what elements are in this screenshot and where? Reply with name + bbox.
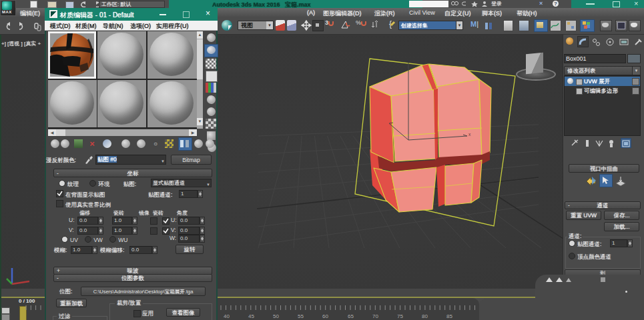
svg-text:40: 40 — [224, 313, 230, 319]
svg-text:60: 60 — [322, 313, 328, 319]
svg-text:45: 45 — [248, 313, 254, 319]
svg-text:80: 80 — [422, 313, 428, 319]
svg-text:75: 75 — [397, 313, 403, 319]
svg-text:55: 55 — [298, 313, 304, 319]
svg-text:50: 50 — [273, 313, 279, 319]
svg-text:65: 65 — [348, 313, 354, 319]
svg-text:85: 85 — [446, 313, 452, 319]
svg-text:70: 70 — [372, 313, 378, 319]
